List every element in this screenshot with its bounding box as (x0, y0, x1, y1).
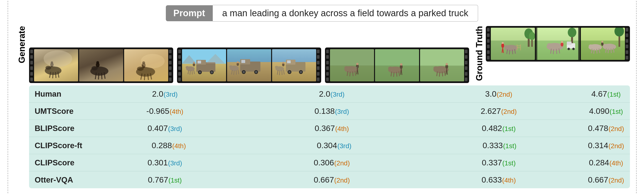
perf (487, 50, 490, 54)
frame-gt-1 (491, 28, 535, 60)
perf (465, 55, 468, 59)
svg-point-139 (572, 48, 575, 50)
svg-point-92 (400, 63, 402, 66)
perf (169, 50, 172, 53)
frame-1-3 (124, 49, 168, 81)
main-container: Prompt a man leading a donkey across a f… (8, 0, 636, 194)
score-otter-2: 0.667(2nd) (248, 171, 415, 188)
score-blip-2: 0.367(4th) (248, 120, 415, 137)
perf (326, 72, 329, 76)
perforations-right-1 (169, 49, 172, 81)
perf (317, 61, 320, 64)
svg-line-69 (282, 70, 282, 75)
perf (626, 56, 628, 59)
svg-point-81 (356, 63, 358, 65)
filmstrip-gt (486, 26, 630, 62)
perforations-left-gt (487, 28, 490, 60)
svg-line-55 (238, 70, 239, 74)
frames-3 (330, 49, 464, 81)
perf (465, 72, 468, 76)
svg-line-99 (439, 72, 440, 77)
perf (626, 39, 628, 43)
perf (169, 78, 172, 81)
svg-point-51 (229, 65, 232, 68)
svg-line-38 (194, 70, 194, 74)
metric-blip: BLIPScore (29, 120, 82, 137)
svg-rect-124 (536, 28, 537, 60)
score-clipft-gt: 0.314(2nd) (582, 137, 630, 154)
perf (317, 66, 320, 70)
svg-point-8 (44, 50, 72, 67)
svg-rect-137 (567, 42, 572, 45)
svg-line-70 (284, 70, 284, 74)
video-col-1 (29, 48, 173, 83)
perf (326, 50, 329, 53)
frame-1-2 (79, 49, 123, 81)
frame-1-1 (34, 49, 78, 81)
images-row: Ground Truth (29, 26, 630, 83)
perf (487, 45, 490, 48)
svg-marker-41 (182, 55, 196, 64)
filmstrip-3 (325, 48, 469, 83)
perf (30, 78, 33, 81)
svg-line-150 (611, 49, 611, 53)
svg-point-62 (288, 71, 291, 73)
score-human-2: 2.0(3rd) (248, 85, 415, 102)
svg-line-132 (556, 49, 557, 54)
svg-point-16 (96, 61, 99, 64)
svg-point-97 (434, 66, 439, 70)
svg-rect-45 (241, 60, 245, 63)
perf (317, 72, 320, 76)
score-blip-gt: 0.478(2nd) (582, 120, 630, 137)
prompt-value: a man leading a donkey across a field to… (213, 5, 478, 22)
svg-point-25 (141, 54, 165, 68)
score-clipft-3: 0.333(1st) (417, 137, 582, 154)
svg-point-49 (255, 71, 257, 73)
score-clipft-2: 0.304(3rd) (251, 137, 417, 154)
perf (178, 61, 181, 64)
perforations-right-2 (317, 49, 320, 81)
svg-point-138 (568, 48, 570, 50)
svg-line-4 (56, 72, 56, 78)
svg-point-129 (547, 43, 552, 47)
perf (178, 72, 181, 76)
perf (178, 78, 181, 81)
svg-line-20 (144, 74, 145, 80)
perf (169, 72, 172, 76)
score-clip-gt: 0.284(4th) (582, 154, 630, 171)
svg-point-66 (275, 66, 278, 68)
score-umt-3: 2.627(2nd) (415, 103, 582, 120)
perf (626, 50, 628, 54)
video-col-2 (177, 48, 321, 83)
svg-line-54 (236, 70, 236, 75)
generate-label: Generate (16, 26, 28, 66)
perf (487, 33, 490, 37)
perf (626, 33, 628, 37)
score-clip-2: 0.306(2nd) (248, 154, 415, 171)
filmstrip-2 (177, 48, 321, 83)
metric-human: Human (29, 86, 82, 102)
perforations-left-2 (178, 49, 181, 81)
scores-row-blip: BLIPScore 0.407(3rd) 0.367(4th) 0.482(1s… (29, 120, 630, 137)
frame-gt-2 (536, 28, 580, 60)
frame-2-3 (272, 49, 316, 81)
perf (465, 78, 468, 81)
perforations-right-gt (626, 28, 629, 60)
svg-line-117 (510, 50, 510, 54)
svg-line-36 (190, 71, 190, 75)
frames-2 (182, 49, 316, 81)
scores-row-clipft: CLIPScore-ft 0.288(4th) 0.304(3rd) 0.333… (29, 137, 630, 154)
score-blip-1: 0.407(3rd) (82, 120, 248, 137)
perf (169, 55, 172, 59)
score-clip-1: 0.301(3rd) (82, 154, 248, 171)
perf (30, 61, 33, 64)
svg-line-100 (442, 72, 443, 76)
svg-point-111 (502, 42, 504, 44)
score-umt-gt: 4.090(1st) (582, 103, 630, 120)
svg-point-57 (237, 61, 239, 63)
svg-point-115 (504, 45, 508, 48)
metric-clipft: CLIPScore-ft (29, 137, 86, 154)
frame-3-1 (330, 49, 374, 81)
filmstrip-1 (29, 48, 173, 83)
score-human-1: 2.0(3rd) (82, 85, 248, 102)
